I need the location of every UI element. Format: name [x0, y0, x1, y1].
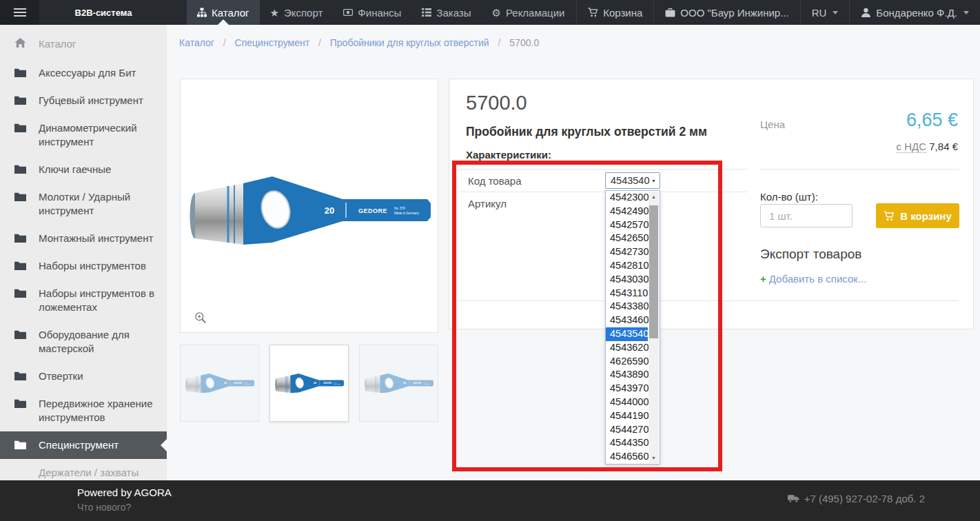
- cart-label: Корзина: [603, 7, 642, 19]
- scrollbar-thumb[interactable]: [649, 205, 658, 338]
- whats-new-link[interactable]: Что нового?: [77, 502, 131, 513]
- scroll-down-icon[interactable]: ▼: [649, 453, 659, 463]
- sidebar-item-label: Оборудование для мастерской: [39, 329, 130, 354]
- product-thumbnail[interactable]: [359, 345, 438, 422]
- add-to-cart-button[interactable]: В корзину: [876, 203, 959, 228]
- cart-icon: [588, 8, 598, 17]
- code-option[interactable]: 4626590: [606, 355, 648, 369]
- sidebar-item[interactable]: Каталог: [0, 29, 167, 59]
- folder-icon: [14, 233, 26, 243]
- sidebar-item[interactable]: Губцевый инструмент: [0, 87, 167, 114]
- code-option[interactable]: 4542300: [606, 191, 648, 205]
- code-option[interactable]: 4544000: [606, 396, 648, 409]
- page-footer: Powered by AGORA Что нового? +7 (495) 92…: [0, 480, 980, 521]
- sidebar-item[interactable]: Держатели / захваты: [0, 459, 167, 480]
- quantity-input[interactable]: [760, 204, 853, 227]
- tab-label: Рекламации: [506, 7, 565, 19]
- folder-icon: [14, 68, 26, 77]
- sidebar-item-label: Передвижное хранение инструментов: [39, 398, 153, 423]
- company-menu[interactable]: ООО "Баур Инжинир...: [653, 0, 799, 25]
- code-option[interactable]: 4542810: [606, 259, 648, 273]
- sidebar-item[interactable]: Передвижное хранение инструментов: [0, 390, 167, 431]
- price-value: 6,65 €: [906, 110, 958, 131]
- folder-icon: [14, 95, 26, 105]
- topbar-right: Корзина ООО "Баур Инжинир... RU Бондарен…: [576, 0, 980, 25]
- vat-line: с НДС 7,84 €: [897, 141, 958, 152]
- tab-orders[interactable]: Заказы: [411, 0, 481, 25]
- delivery-truck-icon: [788, 494, 799, 503]
- code-option[interactable]: 4546560: [606, 450, 648, 464]
- catalog-sidebar: Каталог Аксессуары для Бит Губцевый инст…: [0, 25, 167, 480]
- scroll-up-icon[interactable]: ▲: [649, 192, 659, 202]
- code-option[interactable]: 4543110: [606, 287, 648, 300]
- code-option[interactable]: 4542570: [606, 218, 648, 232]
- sidebar-item[interactable]: Монтажный инструмент: [0, 225, 167, 252]
- code-option[interactable]: 4542490: [606, 205, 648, 218]
- product-thumbnail[interactable]: [269, 345, 349, 422]
- code-option[interactable]: 4543460: [606, 314, 648, 327]
- sidebar-item[interactable]: Наборы инструментов: [0, 252, 167, 280]
- code-option[interactable]: 4544190: [606, 409, 648, 423]
- tab-finance[interactable]: Финансы: [333, 0, 411, 25]
- support-phone-number: +7 (495) 927-02-78 доб. 2: [804, 493, 925, 504]
- code-option[interactable]: 4544350: [606, 436, 648, 450]
- sidebar-item-label: Наборы инструментов в ложементах: [39, 287, 154, 313]
- language-selector[interactable]: RU: [800, 0, 850, 25]
- sidebar-item[interactable]: Отвертки: [0, 362, 167, 390]
- tab-label: Финансы: [358, 7, 401, 19]
- tab-export[interactable]: ★ Экспорт: [260, 0, 334, 25]
- select-caret-icon: ▼: [651, 178, 656, 183]
- product-info-panel: 5700.0 Пробойник для круглых отверстий 2…: [449, 79, 974, 329]
- magnifier-icon[interactable]: [194, 311, 207, 324]
- quantity-label: Кол-во (шт):: [760, 191, 818, 203]
- code-option[interactable]: 4543030: [606, 273, 648, 287]
- code-option[interactable]: 4543970: [606, 382, 648, 396]
- code-option[interactable]: 4542730: [606, 245, 648, 259]
- breadcrumb-link[interactable]: Каталог: [179, 37, 214, 48]
- code-option[interactable]: 4543620: [606, 341, 648, 355]
- sitemap-icon: [197, 8, 207, 17]
- sidebar-item[interactable]: Динамометрический инструмент: [0, 114, 167, 156]
- product-code-select[interactable]: 4543540 ▼: [605, 172, 660, 189]
- code-option[interactable]: 4543380: [606, 300, 648, 314]
- nav-tabs: Каталог ★ Экспорт Финансы Заказы ⚙ Рекла…: [187, 0, 575, 25]
- home-icon: [14, 38, 26, 48]
- code-option[interactable]: 4544270: [606, 423, 648, 437]
- add-to-list-link[interactable]: +Добавить в список...: [760, 273, 866, 285]
- sidebar-item[interactable]: Аксессуары для Бит: [0, 59, 167, 87]
- star-icon: ★: [270, 8, 279, 18]
- breadcrumb-link[interactable]: Пробойники для круглых отверстий: [330, 37, 489, 48]
- hamburger-menu-icon[interactable]: [0, 0, 39, 25]
- vat-price: 7,84 €: [929, 141, 958, 152]
- sidebar-item[interactable]: Наборы инструментов в ложементах: [0, 280, 167, 321]
- product-thumbnail[interactable]: [180, 345, 259, 422]
- sidebar-item-label: Отвертки: [39, 370, 83, 382]
- sidebar-item-label: Монтажный инструмент: [39, 232, 153, 244]
- sidebar-item-label: Ключи гаечные: [39, 163, 111, 175]
- sidebar-item[interactable]: Специнструмент: [0, 431, 167, 459]
- sidebar-item[interactable]: Молотки / Ударный инструмент: [0, 183, 167, 225]
- sidebar-item-label: Аксессуары для Бит: [39, 67, 136, 79]
- language-label: RU: [812, 7, 827, 19]
- breadcrumb-current: 5700.0: [509, 37, 539, 48]
- product-code-title: 5700.0: [466, 92, 527, 114]
- sidebar-item[interactable]: Оборудование для мастерской: [0, 321, 167, 362]
- sidebar-item[interactable]: Ключи гаечные: [0, 156, 167, 183]
- tab-catalog[interactable]: Каталог: [187, 0, 260, 25]
- vat-label[interactable]: с НДС: [897, 141, 927, 153]
- folder-icon: [14, 260, 26, 270]
- folder-icon: [14, 398, 26, 408]
- cart-button[interactable]: Корзина: [576, 0, 653, 25]
- code-option[interactable]: 4543890: [606, 368, 648, 382]
- thumbnail-image: [365, 373, 433, 394]
- user-menu[interactable]: Бондаренко Ф.Д.: [849, 0, 980, 25]
- code-option[interactable]: 4543540: [606, 327, 648, 341]
- breadcrumb: Каталог / Специнструмент / Пробойники дл…: [179, 37, 539, 48]
- tab-claims[interactable]: ⚙ Рекламации: [481, 0, 575, 25]
- code-option[interactable]: 4542650: [606, 232, 648, 245]
- gear-icon: ⚙: [491, 8, 500, 18]
- breadcrumb-link[interactable]: Специнструмент: [235, 37, 310, 48]
- export-products-title: Экспорт товаров: [760, 247, 861, 262]
- sidebar-item-label: Специнструмент: [39, 439, 119, 451]
- row-label-article: Артикул: [468, 198, 507, 210]
